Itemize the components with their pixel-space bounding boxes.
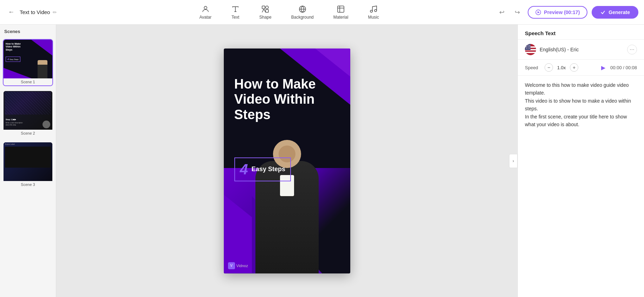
scene3-bg: Scene Label xyxy=(4,142,52,181)
toolbar-item-text[interactable]: Text xyxy=(228,4,242,21)
speech-play-button[interactable]: ▶ xyxy=(599,63,607,72)
svg-point-21 xyxy=(529,46,530,47)
scene1-person-thumbnail xyxy=(38,60,47,78)
toolbar-right: ↩ ↪ Preview (00:17) Generate xyxy=(495,6,638,19)
svg-point-2 xyxy=(266,6,268,9)
toolbar-background-label: Background xyxy=(291,15,314,20)
svg-point-19 xyxy=(526,46,527,47)
logo-icon: V xyxy=(228,262,235,269)
scene-item-1[interactable]: How to MakeVideo WithinSteps 4 Easy Step… xyxy=(3,39,53,86)
toolbar-text-label: Text xyxy=(232,15,239,20)
toolbar-left: ← Text to Video ✏ xyxy=(6,7,83,18)
scene2-bg: Step 1 ▶▶ Write a short descriptionabout… xyxy=(4,91,52,130)
speed-label: Speed xyxy=(525,65,540,70)
undo-button[interactable]: ↩ xyxy=(495,6,508,19)
edit-icon[interactable]: ✏ xyxy=(53,9,57,15)
scene2-desc-text: Write a short descriptionabout this step… xyxy=(6,122,42,126)
material-icon xyxy=(337,5,345,13)
svg-rect-1 xyxy=(262,6,265,9)
expand-panel-button[interactable]: › xyxy=(509,154,518,168)
scene2-avatar-circle xyxy=(43,121,50,128)
canvas-badge: 4 Easy Steps xyxy=(234,157,291,181)
toolbar-item-avatar[interactable]: Avatar xyxy=(197,4,214,21)
toolbar-music-label: Music xyxy=(368,15,379,20)
generate-label: Generate xyxy=(609,9,630,15)
redo-button[interactable]: ↪ xyxy=(511,6,523,19)
undo-redo-group: ↩ ↪ xyxy=(495,6,523,19)
main-content: Scenes How to MakeVideo WithinSteps 4 Ea… xyxy=(0,25,644,297)
svg-point-7 xyxy=(370,10,372,12)
scene1-bg: How to MakeVideo WithinSteps 4 Easy Step… xyxy=(4,40,52,78)
scene2-thumbnail: Step 1 ▶▶ Write a short descriptionabout… xyxy=(4,91,52,130)
scene1-badge: 4 Easy Steps xyxy=(6,57,20,62)
canvas-area: How to Make Video Within Steps 4 Easy St… xyxy=(56,25,518,297)
scene1-thumbnail: How to MakeVideo WithinSteps 4 Easy Step… xyxy=(4,40,52,78)
toolbar-item-material[interactable]: Material xyxy=(331,4,351,21)
preview-play-icon xyxy=(535,9,541,15)
toolbar: ← Text to Video ✏ Avatar Text xyxy=(0,0,644,25)
svg-point-22 xyxy=(526,48,527,49)
svg-rect-6 xyxy=(338,6,344,12)
generate-icon xyxy=(600,9,606,15)
voice-row: English(US) - Eric ··· xyxy=(518,40,644,60)
svg-point-18 xyxy=(529,45,530,46)
toolbar-item-music[interactable]: Music xyxy=(365,4,382,21)
timer-text: 00:00 / 00:08 xyxy=(610,65,637,70)
toolbar-avatar-label: Avatar xyxy=(200,15,212,20)
canvas-frame[interactable]: How to Make Video Within Steps 4 Easy St… xyxy=(224,49,350,273)
us-flag-svg xyxy=(525,44,536,55)
scene1-title-text: How to MakeVideo WithinSteps xyxy=(6,43,21,51)
scene2-name: Scene 2 xyxy=(4,130,52,137)
preview-button[interactable]: Preview (00:17) xyxy=(528,6,587,19)
svg-rect-14 xyxy=(525,52,536,53)
scene1-bottom-triangle xyxy=(4,68,32,78)
right-panel: Speech Text xyxy=(518,25,644,297)
speed-increase-button[interactable]: + xyxy=(570,63,578,72)
scene3-thumbnail: Scene Label xyxy=(4,142,52,181)
flag-icon xyxy=(525,44,536,55)
canvas-logo: V Vidnoz xyxy=(228,262,248,269)
scene2-step-label: Step 1 ▶▶ xyxy=(6,118,16,121)
speech-textarea[interactable] xyxy=(518,76,644,297)
svg-point-24 xyxy=(529,48,530,49)
svg-point-17 xyxy=(528,45,528,46)
canvas-top-right-triangle-2 xyxy=(315,49,350,77)
speed-decrease-button[interactable]: − xyxy=(545,63,553,72)
speed-row: Speed − 1.0x + ▶ 00:00 / 00:08 xyxy=(518,60,644,76)
svg-point-20 xyxy=(528,46,528,47)
background-icon xyxy=(298,5,307,13)
text-icon xyxy=(231,5,240,13)
toolbar-center: Avatar Text Shape xyxy=(83,4,495,21)
toolbar-item-background[interactable]: Background xyxy=(288,4,317,21)
svg-marker-10 xyxy=(538,11,540,13)
scene3-image-placeholder xyxy=(5,147,51,168)
sidebar: Scenes How to MakeVideo WithinSteps 4 Ea… xyxy=(0,25,56,297)
scene1-top-triangle xyxy=(31,40,52,56)
scene-item-2[interactable]: Step 1 ▶▶ Write a short descriptionabout… xyxy=(3,90,53,137)
toolbar-material-label: Material xyxy=(333,15,349,20)
svg-point-23 xyxy=(528,48,528,49)
svg-point-16 xyxy=(526,45,527,46)
svg-rect-3 xyxy=(266,9,268,12)
toolbar-item-shape[interactable]: Shape xyxy=(256,4,274,21)
badge-text: Easy Steps xyxy=(252,166,285,173)
scene3-name: Scene 3 xyxy=(4,181,52,188)
generate-button[interactable]: Generate xyxy=(592,6,638,19)
toolbar-shape-label: Shape xyxy=(259,15,272,20)
voice-more-button[interactable]: ··· xyxy=(627,45,637,54)
timer-row: ▶ 00:00 / 00:08 xyxy=(599,63,637,72)
scenes-label: Scenes xyxy=(0,25,56,37)
scene-item-3[interactable]: Scene Label Scene 3 xyxy=(3,142,53,189)
logo-text: Vidnoz xyxy=(236,264,248,268)
back-button[interactable]: ← xyxy=(6,7,17,18)
scene2-image-area xyxy=(5,92,51,115)
canvas-main-title: How to Make Video Within Steps xyxy=(234,77,340,123)
panel-header: Speech Text xyxy=(518,25,644,40)
panel-title: Speech Text xyxy=(525,30,555,36)
voice-name: English(US) - Eric xyxy=(540,47,624,52)
avatar-icon xyxy=(201,5,210,13)
svg-point-8 xyxy=(375,9,377,12)
speed-controls: − 1.0x + xyxy=(545,63,578,72)
scene3-label-text: Scene Label xyxy=(5,143,15,145)
project-title: Text to Video xyxy=(20,9,50,15)
